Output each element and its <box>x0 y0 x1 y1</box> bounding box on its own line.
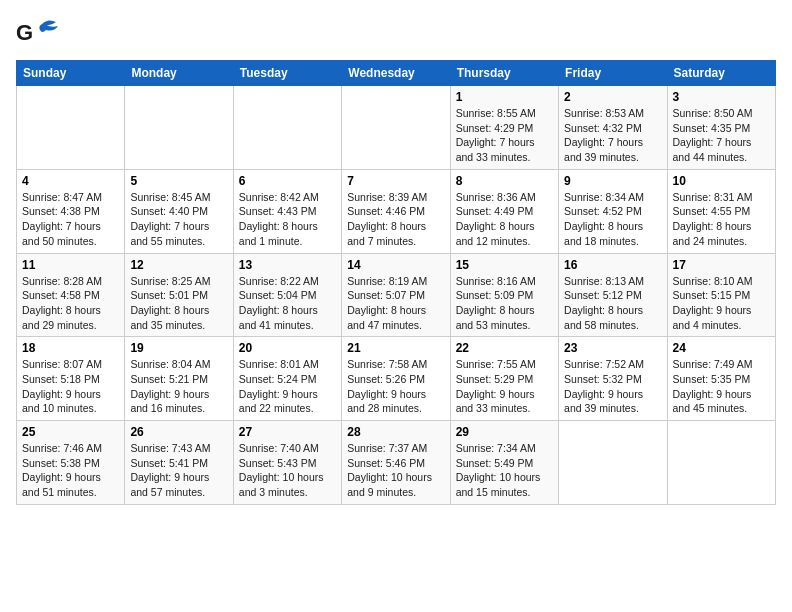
calendar-cell: 14Sunrise: 8:19 AM Sunset: 5:07 PM Dayli… <box>342 253 450 337</box>
day-info: Sunrise: 8:53 AM Sunset: 4:32 PM Dayligh… <box>564 106 661 165</box>
calendar-cell: 16Sunrise: 8:13 AM Sunset: 5:12 PM Dayli… <box>559 253 667 337</box>
day-info: Sunrise: 8:31 AM Sunset: 4:55 PM Dayligh… <box>673 190 770 249</box>
calendar-body: 1Sunrise: 8:55 AM Sunset: 4:29 PM Daylig… <box>17 86 776 505</box>
calendar-table: SundayMondayTuesdayWednesdayThursdayFrid… <box>16 60 776 505</box>
day-info: Sunrise: 8:50 AM Sunset: 4:35 PM Dayligh… <box>673 106 770 165</box>
day-info: Sunrise: 7:37 AM Sunset: 5:46 PM Dayligh… <box>347 441 444 500</box>
calendar-cell: 22Sunrise: 7:55 AM Sunset: 5:29 PM Dayli… <box>450 337 558 421</box>
calendar-week-row: 11Sunrise: 8:28 AM Sunset: 4:58 PM Dayli… <box>17 253 776 337</box>
day-number: 13 <box>239 258 336 272</box>
day-number: 9 <box>564 174 661 188</box>
calendar-cell: 6Sunrise: 8:42 AM Sunset: 4:43 PM Daylig… <box>233 169 341 253</box>
day-number: 16 <box>564 258 661 272</box>
calendar-cell: 1Sunrise: 8:55 AM Sunset: 4:29 PM Daylig… <box>450 86 558 170</box>
column-header-monday: Monday <box>125 61 233 86</box>
day-number: 21 <box>347 341 444 355</box>
calendar-cell: 29Sunrise: 7:34 AM Sunset: 5:49 PM Dayli… <box>450 421 558 505</box>
day-info: Sunrise: 8:42 AM Sunset: 4:43 PM Dayligh… <box>239 190 336 249</box>
day-number: 25 <box>22 425 119 439</box>
calendar-cell <box>233 86 341 170</box>
day-number: 18 <box>22 341 119 355</box>
calendar-cell: 10Sunrise: 8:31 AM Sunset: 4:55 PM Dayli… <box>667 169 775 253</box>
calendar-week-row: 1Sunrise: 8:55 AM Sunset: 4:29 PM Daylig… <box>17 86 776 170</box>
calendar-week-row: 25Sunrise: 7:46 AM Sunset: 5:38 PM Dayli… <box>17 421 776 505</box>
day-info: Sunrise: 8:36 AM Sunset: 4:49 PM Dayligh… <box>456 190 553 249</box>
day-info: Sunrise: 7:55 AM Sunset: 5:29 PM Dayligh… <box>456 357 553 416</box>
calendar-cell: 15Sunrise: 8:16 AM Sunset: 5:09 PM Dayli… <box>450 253 558 337</box>
day-info: Sunrise: 7:58 AM Sunset: 5:26 PM Dayligh… <box>347 357 444 416</box>
day-info: Sunrise: 8:47 AM Sunset: 4:38 PM Dayligh… <box>22 190 119 249</box>
day-info: Sunrise: 7:40 AM Sunset: 5:43 PM Dayligh… <box>239 441 336 500</box>
calendar-cell: 19Sunrise: 8:04 AM Sunset: 5:21 PM Dayli… <box>125 337 233 421</box>
column-header-tuesday: Tuesday <box>233 61 341 86</box>
day-info: Sunrise: 7:43 AM Sunset: 5:41 PM Dayligh… <box>130 441 227 500</box>
calendar-cell: 3Sunrise: 8:50 AM Sunset: 4:35 PM Daylig… <box>667 86 775 170</box>
day-number: 7 <box>347 174 444 188</box>
calendar-cell: 4Sunrise: 8:47 AM Sunset: 4:38 PM Daylig… <box>17 169 125 253</box>
calendar-cell: 28Sunrise: 7:37 AM Sunset: 5:46 PM Dayli… <box>342 421 450 505</box>
day-number: 24 <box>673 341 770 355</box>
day-number: 29 <box>456 425 553 439</box>
calendar-cell: 13Sunrise: 8:22 AM Sunset: 5:04 PM Dayli… <box>233 253 341 337</box>
day-info: Sunrise: 7:46 AM Sunset: 5:38 PM Dayligh… <box>22 441 119 500</box>
column-header-friday: Friday <box>559 61 667 86</box>
logo: G <box>16 16 64 52</box>
day-info: Sunrise: 8:19 AM Sunset: 5:07 PM Dayligh… <box>347 274 444 333</box>
calendar-cell: 20Sunrise: 8:01 AM Sunset: 5:24 PM Dayli… <box>233 337 341 421</box>
calendar-cell <box>559 421 667 505</box>
day-info: Sunrise: 8:45 AM Sunset: 4:40 PM Dayligh… <box>130 190 227 249</box>
day-info: Sunrise: 7:52 AM Sunset: 5:32 PM Dayligh… <box>564 357 661 416</box>
page-header: G <box>16 16 776 52</box>
calendar-cell: 27Sunrise: 7:40 AM Sunset: 5:43 PM Dayli… <box>233 421 341 505</box>
day-number: 28 <box>347 425 444 439</box>
day-number: 8 <box>456 174 553 188</box>
day-info: Sunrise: 8:01 AM Sunset: 5:24 PM Dayligh… <box>239 357 336 416</box>
day-number: 27 <box>239 425 336 439</box>
day-number: 3 <box>673 90 770 104</box>
calendar-cell <box>125 86 233 170</box>
day-number: 4 <box>22 174 119 188</box>
calendar-cell: 24Sunrise: 7:49 AM Sunset: 5:35 PM Dayli… <box>667 337 775 421</box>
calendar-cell <box>342 86 450 170</box>
calendar-cell: 25Sunrise: 7:46 AM Sunset: 5:38 PM Dayli… <box>17 421 125 505</box>
day-info: Sunrise: 8:07 AM Sunset: 5:18 PM Dayligh… <box>22 357 119 416</box>
day-info: Sunrise: 8:55 AM Sunset: 4:29 PM Dayligh… <box>456 106 553 165</box>
day-number: 26 <box>130 425 227 439</box>
day-info: Sunrise: 8:04 AM Sunset: 5:21 PM Dayligh… <box>130 357 227 416</box>
day-info: Sunrise: 8:34 AM Sunset: 4:52 PM Dayligh… <box>564 190 661 249</box>
day-number: 19 <box>130 341 227 355</box>
day-number: 15 <box>456 258 553 272</box>
calendar-cell: 12Sunrise: 8:25 AM Sunset: 5:01 PM Dayli… <box>125 253 233 337</box>
column-header-wednesday: Wednesday <box>342 61 450 86</box>
day-info: Sunrise: 8:25 AM Sunset: 5:01 PM Dayligh… <box>130 274 227 333</box>
calendar-header-row: SundayMondayTuesdayWednesdayThursdayFrid… <box>17 61 776 86</box>
day-info: Sunrise: 7:34 AM Sunset: 5:49 PM Dayligh… <box>456 441 553 500</box>
calendar-cell: 18Sunrise: 8:07 AM Sunset: 5:18 PM Dayli… <box>17 337 125 421</box>
day-info: Sunrise: 7:49 AM Sunset: 5:35 PM Dayligh… <box>673 357 770 416</box>
calendar-cell <box>667 421 775 505</box>
calendar-cell: 5Sunrise: 8:45 AM Sunset: 4:40 PM Daylig… <box>125 169 233 253</box>
day-info: Sunrise: 8:22 AM Sunset: 5:04 PM Dayligh… <box>239 274 336 333</box>
calendar-cell: 26Sunrise: 7:43 AM Sunset: 5:41 PM Dayli… <box>125 421 233 505</box>
day-number: 17 <box>673 258 770 272</box>
column-header-thursday: Thursday <box>450 61 558 86</box>
calendar-cell: 17Sunrise: 8:10 AM Sunset: 5:15 PM Dayli… <box>667 253 775 337</box>
day-number: 23 <box>564 341 661 355</box>
calendar-cell: 2Sunrise: 8:53 AM Sunset: 4:32 PM Daylig… <box>559 86 667 170</box>
calendar-cell: 7Sunrise: 8:39 AM Sunset: 4:46 PM Daylig… <box>342 169 450 253</box>
calendar-cell: 11Sunrise: 8:28 AM Sunset: 4:58 PM Dayli… <box>17 253 125 337</box>
day-info: Sunrise: 8:16 AM Sunset: 5:09 PM Dayligh… <box>456 274 553 333</box>
day-number: 6 <box>239 174 336 188</box>
day-number: 5 <box>130 174 227 188</box>
day-info: Sunrise: 8:28 AM Sunset: 4:58 PM Dayligh… <box>22 274 119 333</box>
day-number: 22 <box>456 341 553 355</box>
calendar-cell: 9Sunrise: 8:34 AM Sunset: 4:52 PM Daylig… <box>559 169 667 253</box>
day-number: 10 <box>673 174 770 188</box>
day-number: 20 <box>239 341 336 355</box>
calendar-week-row: 4Sunrise: 8:47 AM Sunset: 4:38 PM Daylig… <box>17 169 776 253</box>
day-info: Sunrise: 8:39 AM Sunset: 4:46 PM Dayligh… <box>347 190 444 249</box>
calendar-cell: 8Sunrise: 8:36 AM Sunset: 4:49 PM Daylig… <box>450 169 558 253</box>
calendar-cell: 23Sunrise: 7:52 AM Sunset: 5:32 PM Dayli… <box>559 337 667 421</box>
svg-text:G: G <box>16 20 33 45</box>
column-header-saturday: Saturday <box>667 61 775 86</box>
